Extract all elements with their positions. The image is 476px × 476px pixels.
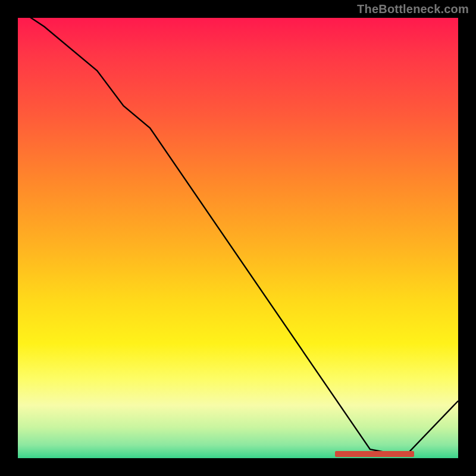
chart-frame: TheBottleneck.com xyxy=(0,0,476,476)
curve-path xyxy=(18,18,458,456)
line-svg xyxy=(18,18,458,458)
watermark-label: TheBottleneck.com xyxy=(357,2,469,16)
optimum-marker xyxy=(335,451,414,457)
plot-area xyxy=(18,18,458,458)
